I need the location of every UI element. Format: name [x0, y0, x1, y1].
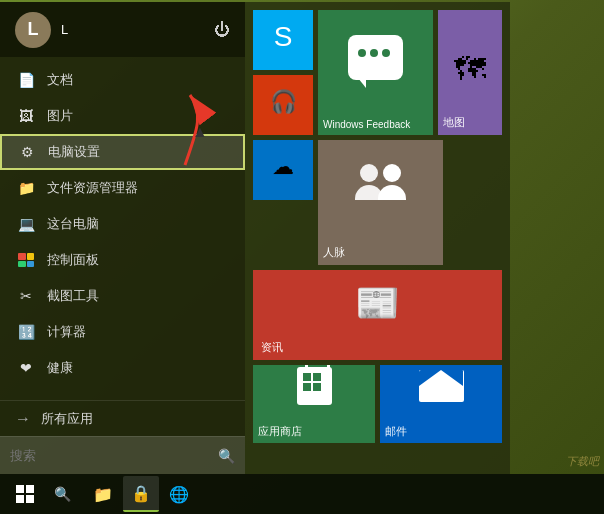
skype-icon: S [274, 21, 293, 53]
gear-icon: ⚙ [16, 141, 38, 163]
watermark: 下载吧 [566, 454, 599, 469]
taskbar-search-button[interactable]: 🔍 [45, 474, 80, 514]
menu-label-this-pc: 这台电脑 [47, 215, 99, 233]
music-icon: 🎧 [270, 89, 297, 115]
health-icon: ❤ [15, 357, 37, 379]
all-apps-label: 所有应用 [41, 410, 93, 428]
tile-map[interactable]: 🗺 地图 [438, 10, 502, 135]
menu-label-file-manager: 文件资源管理器 [47, 179, 138, 197]
menu-item-this-pc[interactable]: 💻 这台电脑 [0, 206, 245, 242]
news-icon: 📰 [355, 282, 400, 324]
menu-item-pc-settings[interactable]: ⚙ 电脑设置 [0, 134, 245, 170]
avatar[interactable]: L [15, 12, 51, 48]
menu-item-health[interactable]: ❤ 健康 [0, 350, 245, 386]
start-menu: L L ⏻ 📄 文档 🖼 图片 ⚙ 电脑设置 [0, 2, 510, 474]
control-panel-icon [15, 249, 37, 271]
arrow-right-icon: → [15, 410, 31, 428]
menu-label-snipping: 截图工具 [47, 287, 99, 305]
taskbar-item-file-explorer[interactable]: 📁 [85, 476, 121, 512]
all-apps-button[interactable]: → 所有应用 [0, 400, 245, 436]
left-panel: L L ⏻ 📄 文档 🖼 图片 ⚙ 电脑设置 [0, 2, 245, 474]
menu-label-control-panel: 控制面板 [47, 251, 99, 269]
file-manager-icon: 📁 [15, 177, 37, 199]
locked-icon: 🔒 [131, 484, 151, 503]
menu-item-snipping[interactable]: ✂ 截图工具 [0, 278, 245, 314]
menu-item-calculator[interactable]: 🔢 计算器 [0, 314, 245, 350]
map-icon: 🗺 [454, 51, 486, 88]
search-input[interactable] [10, 448, 218, 463]
start-button[interactable] [5, 474, 45, 514]
power-button[interactable]: ⏻ [214, 21, 230, 39]
tile-store[interactable]: 应用商店 [253, 365, 375, 443]
menu-label-pictures: 图片 [47, 107, 73, 125]
menu-label-calculator: 计算器 [47, 323, 86, 341]
taskbar: 🔍 📁 🔒 🌐 [0, 474, 604, 514]
tiles-panel: S 🎧 [245, 2, 510, 474]
tile-news[interactable]: 📰 资讯 [253, 270, 502, 360]
tile-mail[interactable]: 邮件 [380, 365, 502, 443]
menu-item-control-panel[interactable]: 控制面板 [0, 242, 245, 278]
windows-logo-icon [16, 485, 34, 503]
tile-onedrive[interactable]: ☁ [253, 140, 313, 200]
scissors-icon: ✂ [15, 285, 37, 307]
tile-skype[interactable]: S [253, 10, 313, 70]
calculator-icon: 🔢 [15, 321, 37, 343]
file-explorer-icon: 📁 [93, 485, 113, 504]
search-icon: 🔍 [218, 448, 235, 464]
tile-people[interactable]: 人脉 [318, 140, 443, 265]
user-section[interactable]: L L ⏻ [0, 2, 245, 57]
taskbar-items: 📁 🔒 🌐 [85, 476, 197, 512]
user-name: L [61, 22, 68, 37]
tile-music[interactable]: 🎧 [253, 75, 313, 135]
document-icon: 📄 [15, 69, 37, 91]
onedrive-icon: ☁ [272, 154, 294, 180]
menu-item-documents[interactable]: 📄 文档 [0, 62, 245, 98]
desktop: L L ⏻ 📄 文档 🖼 图片 ⚙ 电脑设置 [0, 0, 604, 514]
tile-label-store: 应用商店 [258, 424, 302, 439]
menu-item-file-manager[interactable]: 📁 文件资源管理器 [0, 170, 245, 206]
tile-label-map: 地图 [443, 115, 465, 130]
mail-icon [419, 370, 464, 402]
tile-label-mail: 邮件 [385, 424, 407, 439]
menu-item-pictures[interactable]: 🖼 图片 [0, 98, 245, 134]
store-bag-icon [297, 367, 332, 405]
search-bar[interactable]: 🔍 [0, 436, 245, 474]
tile-label-feedback: Windows Feedback [323, 119, 410, 130]
tile-windows-feedback[interactable]: Windows Feedback [318, 10, 433, 135]
menu-label-pc-settings: 电脑设置 [48, 143, 100, 161]
people-icon [355, 164, 406, 200]
tile-label-people: 人脉 [323, 245, 345, 260]
taskbar-item-unknown[interactable]: 🔒 [123, 476, 159, 512]
browser-icon: 🌐 [169, 485, 189, 504]
taskbar-item-browser[interactable]: 🌐 [161, 476, 197, 512]
pictures-icon: 🖼 [15, 105, 37, 127]
menu-items: 📄 文档 🖼 图片 ⚙ 电脑设置 📁 文件资源管理器 💻 这 [0, 57, 245, 400]
menu-label-health: 健康 [47, 359, 73, 377]
taskbar-search-icon: 🔍 [54, 486, 71, 502]
tile-label-news: 资讯 [261, 340, 283, 355]
feedback-bubble-icon [348, 35, 403, 80]
this-pc-icon: 💻 [15, 213, 37, 235]
menu-label-documents: 文档 [47, 71, 73, 89]
